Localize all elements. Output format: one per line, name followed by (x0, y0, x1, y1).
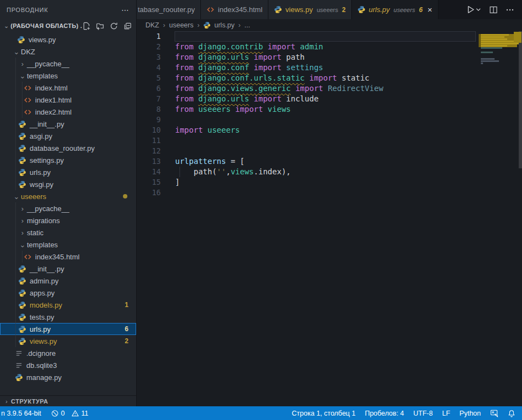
tree-item-label: database_roouter.py (30, 144, 95, 152)
tree-item--init-py[interactable]: __init__.py (0, 263, 136, 275)
indent-guide (15, 335, 16, 347)
tree-item-admin-py[interactable]: admin.py (0, 275, 136, 287)
minimap-line (481, 47, 502, 49)
tree-item-urls-py[interactable]: urls.py6 (0, 323, 136, 335)
tree-item-tests-py[interactable]: tests.py (0, 311, 136, 323)
code-token: from (175, 94, 198, 103)
tree-item-static[interactable]: ›static (0, 226, 136, 239)
breadcrumb-item[interactable]: urls.py (214, 21, 234, 29)
tree-item-label: __pycache__ (27, 60, 69, 68)
indent-guide (15, 214, 16, 226)
tree-item--pycache-[interactable]: ›__pycache__ (0, 202, 136, 214)
tree-item-index1-html[interactable]: index1.html (0, 94, 136, 106)
tab-urls-py[interactable]: urls.pyuseeers6× (352, 0, 439, 19)
close-icon[interactable]: × (428, 5, 433, 14)
tree-item-index2-html[interactable]: index2.html (0, 106, 136, 118)
python-icon (18, 132, 26, 140)
tree-item-database-roouter-py[interactable]: database_roouter.py (0, 142, 136, 154)
tree-item-asgi-py[interactable]: asgi.py (0, 130, 136, 142)
code-token: path (282, 53, 305, 61)
cursor-position-item[interactable]: Строка 1, столбец 1 (292, 410, 356, 417)
breadcrumb-item[interactable]: ... (244, 21, 250, 29)
tree-item-DKZ[interactable]: ⌄DKZ (0, 46, 136, 58)
python-version-item[interactable]: n 3.9.5 64-bit (1, 410, 41, 417)
python-icon (18, 313, 26, 321)
tree-item-templates[interactable]: ⌄templates (0, 70, 136, 82)
code-token: include (282, 94, 318, 103)
tree-item-label: templates (27, 241, 58, 249)
tree-item-views-py[interactable]: views.py (0, 33, 136, 46)
code-token: import (254, 63, 282, 72)
editor-actions (458, 0, 522, 19)
tree-item-views-py[interactable]: views.py2 (0, 335, 136, 347)
new-folder-button[interactable] (96, 22, 104, 30)
python-icon (18, 337, 26, 345)
file-icon (14, 349, 23, 357)
eol-item[interactable]: LF (442, 410, 450, 417)
code-line-14: 14 path('',views.index), (137, 167, 522, 177)
tab-label: tabase_roouter.py (138, 5, 195, 14)
refresh-button[interactable] (110, 22, 118, 30)
problems-item[interactable]: 011 (51, 410, 88, 417)
code-editor[interactable]: 12from django.contrib import admin3from … (137, 31, 522, 406)
minimap-line (481, 45, 507, 47)
tree-item-wsgi-py[interactable]: wsgi.py (0, 178, 136, 190)
python-icon (18, 168, 26, 177)
tree-item-index345-html[interactable]: index345.html (0, 251, 136, 263)
indent-guide (15, 239, 16, 251)
scrollbar[interactable] (519, 31, 522, 168)
tree-item-models-py[interactable]: models.py1 (0, 299, 136, 311)
tree-item-label: index345.html (35, 253, 80, 261)
chevron-right-icon: › (2, 398, 11, 405)
code-token: django.contrib (198, 42, 263, 51)
tree-item-db-sqlite3[interactable]: db.sqlite3 (0, 359, 136, 371)
code-token: import (268, 42, 296, 51)
code-token: import (309, 73, 337, 82)
code-line-6: 6from django.views.generic import Redire… (137, 83, 522, 94)
tab-views-py[interactable]: views.pyuseeers2 (268, 0, 352, 19)
code-line-4: 4from django.conf import settings (137, 63, 522, 73)
code-token: = [ (226, 157, 245, 166)
outline-section-header[interactable]: › СТРУКТУРА (0, 395, 136, 406)
tree-item-apps-py[interactable]: apps.py (0, 287, 136, 299)
explorer-actions (82, 22, 132, 30)
encoding-item[interactable]: UTF-8 (413, 410, 433, 417)
chevron-right-icon: › (18, 217, 27, 225)
workspace-section-header[interactable]: ⌄ (РАБОЧАЯ ОБЛАСТЬ) ... (0, 19, 136, 32)
line-number: 8 (137, 104, 161, 115)
tree-item--init-py[interactable]: __init__.py (0, 118, 136, 130)
breadcrumb-item[interactable]: DKZ (145, 21, 159, 29)
tab-index345-html[interactable]: index345.html (201, 0, 268, 19)
collapse-all-button[interactable] (124, 22, 132, 30)
breadcrumb-separator: › (163, 21, 165, 29)
code-line-9: 9 (137, 115, 522, 125)
python-icon (357, 5, 366, 14)
run-button[interactable] (466, 5, 481, 14)
tree-item-settings-py[interactable]: settings.py (0, 154, 136, 166)
breadcrumb-item[interactable]: useeers (169, 21, 193, 29)
notifications-button[interactable] (508, 410, 515, 417)
tab-label: index345.html (218, 5, 262, 14)
indentation-item[interactable]: Пробелов: 4 (365, 410, 404, 417)
more-actions-button[interactable] (506, 5, 514, 14)
code-token: from (175, 63, 198, 72)
feedback-button[interactable] (490, 409, 498, 417)
explorer-more-button[interactable]: ⋯ (121, 5, 130, 14)
minimap[interactable] (479, 31, 519, 103)
code-token: import (254, 94, 282, 103)
tree-item--pycache-[interactable]: ›__pycache__ (0, 58, 136, 70)
indent-guide (22, 106, 23, 118)
tree-item-templates[interactable]: ⌄templates (0, 239, 136, 251)
new-file-button[interactable] (82, 22, 91, 30)
tree-item-manage-py[interactable]: manage.py (0, 371, 136, 383)
split-editor-button[interactable] (489, 5, 498, 14)
code-token: from (175, 105, 198, 113)
tree-item-migrations[interactable]: ›migrations (0, 214, 136, 226)
tab-problems-badge: 2 (342, 6, 346, 14)
language-mode-item[interactable]: Python (459, 410, 481, 417)
tree-item-useeers[interactable]: ⌄useeers (0, 190, 136, 202)
tree-item-urls-py[interactable]: urls.py (0, 166, 136, 178)
tab-tabase-roouter-py[interactable]: tabase_roouter.py (137, 0, 201, 19)
tree-item--dcignore[interactable]: .dcignore (0, 347, 136, 359)
tree-item-index-html[interactable]: index.html (0, 82, 136, 94)
